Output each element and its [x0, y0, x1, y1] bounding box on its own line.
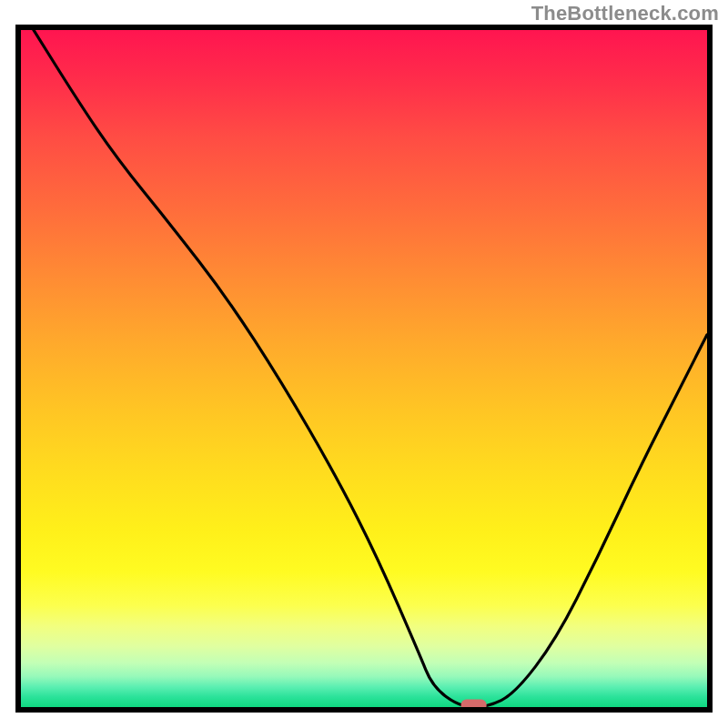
- plot-area: [15, 25, 713, 713]
- bottleneck-curve: [21, 30, 707, 707]
- watermark-text: TheBottleneck.com: [531, 2, 719, 25]
- optimal-point-marker: [461, 700, 487, 708]
- chart-container: TheBottleneck.com: [0, 0, 728, 728]
- curve-layer: [21, 30, 707, 707]
